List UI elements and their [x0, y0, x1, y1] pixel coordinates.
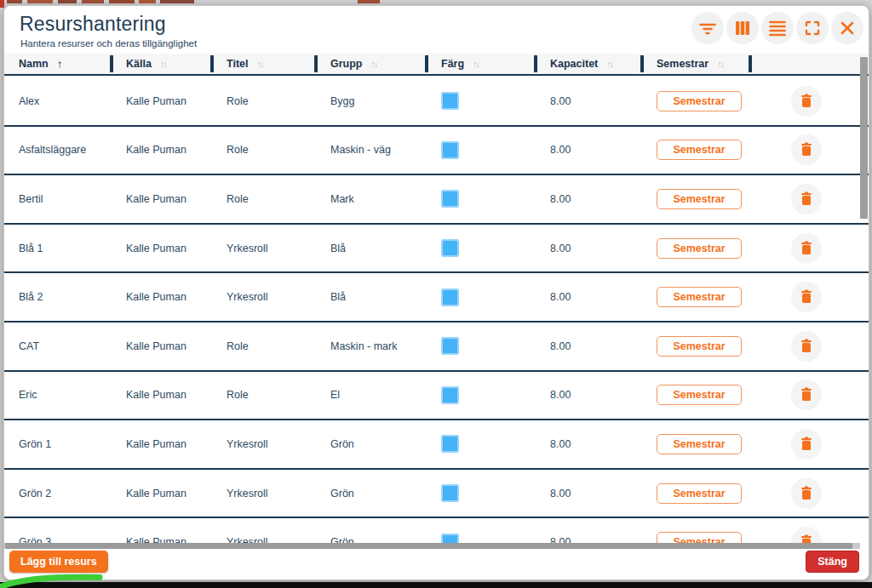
- delete-resource-button[interactable]: [791, 478, 822, 509]
- color-chip[interactable]: [441, 92, 459, 110]
- sort-icon[interactable]: ↑↓: [371, 59, 377, 69]
- table-row: Eric Kalle Puman Role El 8.00 Semestrar: [4, 372, 869, 421]
- trash-icon: [798, 534, 815, 543]
- sort-icon[interactable]: ↑↓: [606, 59, 612, 69]
- resource-title: Yrkesroll: [227, 243, 268, 254]
- table-body: Alex Kalle Puman Role Bygg 8.00 Semestra…: [4, 77, 869, 543]
- trash-icon: [798, 386, 815, 403]
- resource-group: Maskin - mark: [330, 340, 397, 352]
- delete-resource-button[interactable]: [791, 429, 822, 460]
- close-button[interactable]: Stäng: [806, 551, 859, 573]
- color-chip[interactable]: [441, 435, 459, 453]
- cell-vacation: Semestrar: [642, 336, 750, 357]
- column-header[interactable]: Färg ↑↓: [427, 54, 536, 74]
- color-chip[interactable]: [441, 190, 459, 208]
- column-header-label: Grupp: [330, 58, 363, 70]
- sort-icon[interactable]: ↑↓: [717, 59, 723, 69]
- resource-group: Grön: [330, 536, 354, 543]
- resource-name: Grön 2: [19, 488, 51, 500]
- column-header[interactable]: Semestrar ↑↓: [642, 54, 750, 74]
- table-row: Grön 2 Kalle Puman Yrkesroll Grön 8.00 S…: [4, 470, 869, 519]
- resource-group: Blå: [330, 243, 346, 254]
- vertical-scrollbar-thumb[interactable]: [860, 57, 868, 219]
- column-header-label: Kapacitet: [550, 58, 598, 70]
- cell-capacity: 8.00: [536, 438, 642, 450]
- semestrar-button[interactable]: Semestrar: [657, 434, 742, 454]
- cell-title: Role: [212, 144, 316, 156]
- cell-source: Kalle Puman: [112, 340, 212, 352]
- semestrar-button[interactable]: Semestrar: [657, 336, 742, 357]
- cell-name: Grön 2: [4, 488, 112, 500]
- background-remnant: [0, 0, 4, 8]
- resource-name: CAT: [19, 340, 39, 352]
- cell-title: Role: [212, 340, 316, 352]
- cell-capacity: 8.00: [536, 389, 642, 401]
- color-chip[interactable]: [441, 337, 459, 355]
- delete-resource-button[interactable]: [791, 233, 822, 264]
- cell-actions: [750, 184, 869, 214]
- resource-name: Grön 1: [19, 438, 51, 450]
- resource-source: Kalle Puman: [126, 340, 186, 352]
- color-chip[interactable]: [441, 386, 459, 404]
- close-dialog-button[interactable]: [831, 12, 863, 44]
- color-chip[interactable]: [441, 288, 459, 306]
- sort-icon[interactable]: ↑↓: [473, 59, 479, 69]
- sort-icon[interactable]: ↑↓: [256, 59, 262, 69]
- cell-vacation: Semestrar: [642, 238, 750, 259]
- list-view-button[interactable]: [761, 12, 794, 44]
- semestrar-button[interactable]: Semestrar: [657, 287, 742, 307]
- cell-title: Yrkesroll: [212, 438, 316, 450]
- delete-resource-button[interactable]: [791, 184, 822, 214]
- table-row: Grön 1 Kalle Puman Yrkesroll Grön 8.00 S…: [4, 420, 869, 470]
- cell-name: Alex: [4, 95, 112, 107]
- cell-group: Blå: [316, 243, 427, 254]
- color-chip[interactable]: [441, 534, 459, 543]
- delete-resource-button[interactable]: [791, 86, 822, 117]
- resource-management-dialog: Resurshantering Hantera resurser och der…: [3, 5, 869, 580]
- resource-source: Kalle Puman: [126, 389, 186, 401]
- cell-vacation: Semestrar: [642, 532, 750, 543]
- column-header[interactable]: [750, 54, 869, 74]
- cell-source: Kalle Puman: [112, 291, 212, 303]
- semestrar-button[interactable]: Semestrar: [657, 532, 742, 543]
- cell-actions: [750, 233, 869, 264]
- semestrar-button[interactable]: Semestrar: [657, 140, 742, 160]
- filter-button[interactable]: [691, 12, 724, 44]
- color-chip[interactable]: [441, 239, 459, 257]
- sort-icon[interactable]: ↑↓: [160, 59, 166, 69]
- cell-name: CAT: [4, 340, 112, 352]
- cell-group: Grön: [316, 488, 427, 500]
- column-header[interactable]: Namn ↑: [4, 54, 112, 74]
- delete-resource-button[interactable]: [791, 134, 822, 165]
- delete-resource-button[interactable]: [791, 331, 822, 362]
- delete-resource-button[interactable]: [791, 380, 822, 410]
- column-header[interactable]: Kapacitet ↑↓: [536, 54, 642, 74]
- cell-color: [427, 534, 536, 543]
- delete-resource-button[interactable]: [791, 282, 822, 312]
- column-header[interactable]: Källa ↑↓: [112, 54, 212, 74]
- delete-resource-button[interactable]: [791, 527, 822, 543]
- cell-vacation: Semestrar: [642, 434, 750, 454]
- resource-capacity: 8.00: [550, 536, 571, 543]
- cell-actions: [750, 282, 869, 312]
- background-remnant: [82, 0, 104, 3]
- fullscreen-button[interactable]: [796, 12, 829, 44]
- resource-group: Mark: [330, 193, 354, 205]
- cell-actions: [750, 380, 869, 410]
- cell-name: Blå 2: [4, 291, 112, 303]
- column-header[interactable]: Titel ↑↓: [212, 54, 316, 74]
- table-row: Bertil Kalle Puman Role Mark 8.00 Semest…: [4, 175, 869, 225]
- add-resource-button[interactable]: Lägg till resurs: [9, 551, 108, 573]
- semestrar-button[interactable]: Semestrar: [657, 483, 742, 504]
- semestrar-button[interactable]: Semestrar: [657, 238, 742, 259]
- color-chip[interactable]: [441, 141, 459, 159]
- trash-icon: [798, 338, 815, 355]
- semestrar-button[interactable]: Semestrar: [657, 91, 742, 111]
- color-chip[interactable]: [441, 484, 459, 502]
- resource-name: Eric: [19, 389, 37, 401]
- semestrar-button[interactable]: Semestrar: [657, 385, 742, 405]
- column-header[interactable]: Grupp ↑↓: [316, 54, 427, 74]
- sort-icon[interactable]: ↑: [57, 58, 63, 71]
- columns-view-button[interactable]: [726, 12, 759, 44]
- semestrar-button[interactable]: Semestrar: [657, 189, 742, 209]
